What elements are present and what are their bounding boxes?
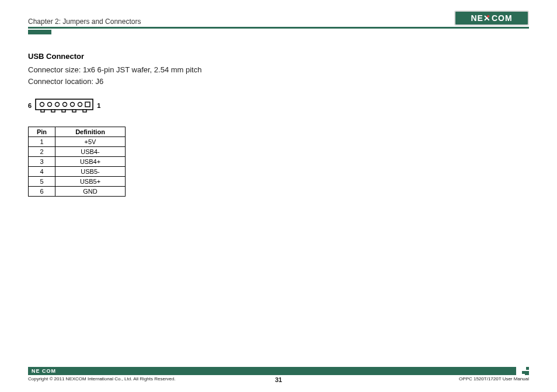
- cell-def: USB4+: [55, 157, 126, 167]
- logo-x-icon: ✕: [483, 13, 492, 23]
- page-number: 31: [275, 376, 282, 383]
- svg-rect-12: [83, 110, 86, 112]
- logo-com: COM: [492, 13, 513, 23]
- footer-manual-name: OPPC 1520T/1720T User Manual: [459, 376, 529, 382]
- nexcom-logo: NE✕COM: [454, 10, 529, 26]
- table-header-row: Pin Definition: [29, 127, 126, 137]
- table-row: 2USB4-: [29, 147, 126, 157]
- footer-copyright: Copyright © 2011 NEXCOM International Co…: [28, 376, 176, 382]
- cell-pin: 5: [29, 177, 55, 187]
- svg-point-5: [55, 103, 60, 107]
- header-divider: [28, 27, 529, 29]
- logo-ne: NE: [471, 13, 483, 23]
- svg-rect-11: [72, 110, 76, 112]
- chapter-title: Chapter 2: Jumpers and Connectors: [28, 18, 141, 26]
- pin-definition-table: Pin Definition 1+5V 2USB4- 3USB4+ 4USB5-…: [28, 127, 126, 197]
- cell-def: USB5+: [55, 177, 126, 187]
- cell-pin: 2: [29, 147, 55, 157]
- footer-bar: NE COM: [28, 367, 516, 375]
- cell-def: USB5-: [55, 167, 126, 177]
- svg-rect-1: [85, 102, 90, 107]
- pin-label-left: 6: [28, 102, 32, 109]
- col-def-header: Definition: [55, 127, 126, 137]
- cell-pin: 3: [29, 157, 55, 167]
- section-title: USB Connector: [28, 52, 529, 61]
- connector-diagram-row: 6 1: [28, 99, 529, 113]
- connector-diagram-icon: [35, 99, 93, 113]
- cell-pin: 4: [29, 167, 55, 177]
- cell-pin: 1: [29, 137, 55, 147]
- cell-def: +5V: [55, 137, 126, 147]
- svg-point-2: [78, 103, 82, 107]
- table-row: 6GND: [29, 187, 126, 197]
- svg-point-6: [48, 103, 52, 107]
- footer-logo: NE COM: [28, 368, 56, 374]
- svg-point-4: [63, 103, 67, 107]
- pin-label-right: 1: [97, 102, 100, 109]
- col-pin-header: Pin: [29, 127, 55, 137]
- page-footer: NE COM Copyright © 2011 NEXCOM Internati…: [28, 367, 529, 382]
- table-row: 4USB5-: [29, 167, 126, 177]
- table-row: 5USB5+: [29, 177, 126, 187]
- cell-def: GND: [55, 187, 126, 197]
- cell-def: USB4-: [55, 147, 126, 157]
- footer-decoration-icon: [518, 367, 529, 375]
- cell-pin: 6: [29, 187, 55, 197]
- svg-point-3: [71, 103, 75, 107]
- accent-bar: [28, 30, 51, 34]
- svg-rect-8: [41, 110, 44, 112]
- svg-rect-10: [62, 110, 65, 112]
- table-row: 3USB4+: [29, 157, 126, 167]
- svg-rect-9: [51, 110, 55, 112]
- connector-location-line: Connector location: J6: [28, 76, 529, 88]
- svg-point-7: [40, 103, 44, 107]
- table-row: 1+5V: [29, 137, 126, 147]
- connector-size-line: Connector size: 1x6 6-pin JST wafer, 2.5…: [28, 64, 529, 76]
